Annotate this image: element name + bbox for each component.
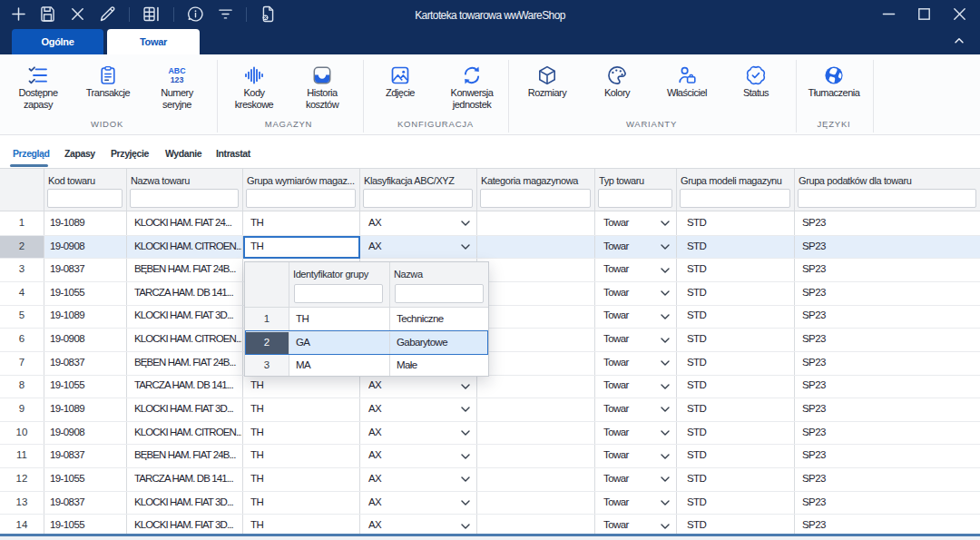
- svg-text:ABC: ABC: [168, 66, 186, 75]
- svg-text:123: 123: [171, 75, 184, 84]
